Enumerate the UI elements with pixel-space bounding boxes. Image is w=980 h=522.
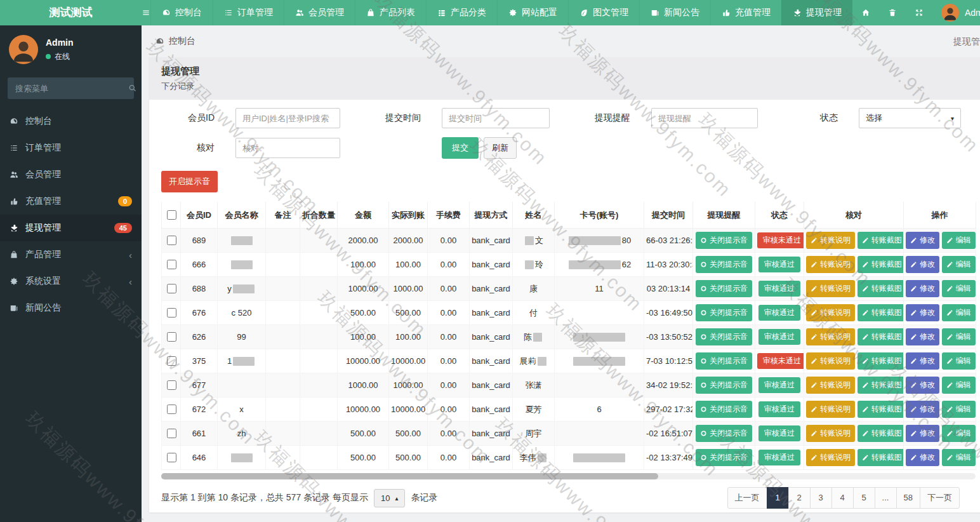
close-sound-button[interactable]: 关闭提示音: [696, 280, 752, 297]
transfer-note-button[interactable]: 转账说明: [806, 280, 855, 297]
column-header[interactable]: 提现提醒: [693, 202, 755, 229]
nav-item-gear[interactable]: 网站配置: [497, 0, 568, 25]
modify-button[interactable]: 修改: [906, 352, 939, 370]
submit-time-input[interactable]: [442, 108, 550, 128]
page-button-上一页[interactable]: 上一页: [727, 487, 767, 509]
sidebar-item-news[interactable]: 新闻公告: [0, 295, 142, 321]
transfer-note-button[interactable]: 转账说明: [806, 449, 855, 466]
modify-button[interactable]: 修改: [906, 328, 939, 345]
column-header[interactable]: 会员名称: [218, 202, 266, 229]
sidebar-item-bag[interactable]: 产品管理‹: [0, 241, 142, 268]
modify-button[interactable]: 修改: [906, 280, 939, 297]
modify-button[interactable]: 修改: [906, 425, 939, 442]
page-button-...[interactable]: ...: [875, 487, 897, 509]
edit-button[interactable]: 编辑: [942, 232, 976, 249]
close-sound-button[interactable]: 关闭提示音: [696, 256, 752, 273]
nav-item-users[interactable]: 会员管理: [284, 0, 355, 25]
transfer-screenshot-button[interactable]: 转账截图: [858, 280, 904, 297]
withdraw-remind-input[interactable]: [651, 108, 758, 128]
column-header[interactable]: 折合数量: [300, 202, 338, 229]
sidebar-item-withdraw[interactable]: 提现管理45: [0, 215, 142, 241]
sidebar-item-list[interactable]: 订单管理: [0, 135, 142, 161]
home-button[interactable]: [852, 0, 879, 25]
row-checkbox[interactable]: [167, 453, 176, 462]
transfer-screenshot-button[interactable]: 转账截图: [858, 449, 904, 466]
transfer-screenshot-button[interactable]: 转账截图: [858, 304, 904, 321]
close-sound-button[interactable]: 关闭提示音: [696, 425, 752, 442]
scrollbar-thumb[interactable]: [161, 473, 658, 479]
edit-button[interactable]: 编辑: [942, 401, 976, 418]
sidebar-item-gear[interactable]: 系统设置‹: [0, 268, 142, 295]
search-icon[interactable]: [128, 84, 137, 93]
modify-button[interactable]: 修改: [906, 232, 939, 249]
row-checkbox[interactable]: [167, 284, 176, 293]
nav-item-leaf[interactable]: 图文管理: [568, 0, 639, 25]
modify-button[interactable]: 修改: [906, 449, 939, 466]
transfer-note-button[interactable]: 转账说明: [806, 256, 855, 273]
close-sound-button[interactable]: 关闭提示音: [696, 401, 752, 418]
select-all-checkbox[interactable]: [167, 210, 176, 220]
column-header[interactable]: 核对: [804, 202, 904, 229]
transfer-screenshot-button[interactable]: 转账截图: [858, 352, 904, 370]
status-select[interactable]: 选择 ▾: [859, 108, 961, 128]
sidebar-item-dashboard[interactable]: 控制台: [0, 108, 142, 135]
page-size-select[interactable]: 10 ▴: [374, 489, 406, 507]
edit-button[interactable]: 编辑: [942, 352, 976, 370]
nav-item-grid[interactable]: 产品分类: [426, 0, 497, 25]
transfer-screenshot-button[interactable]: 转账截图: [858, 328, 904, 345]
column-header[interactable]: 手续费: [428, 202, 470, 229]
close-sound-button[interactable]: 关闭提示音: [696, 328, 752, 345]
row-checkbox[interactable]: [167, 405, 176, 414]
edit-button[interactable]: 编辑: [942, 280, 976, 297]
edit-button[interactable]: 编辑: [942, 449, 976, 466]
modify-button[interactable]: 修改: [906, 304, 939, 321]
edit-button[interactable]: 编辑: [942, 377, 976, 394]
transfer-screenshot-button[interactable]: 转账截图: [858, 377, 904, 394]
transfer-note-button[interactable]: 转账说明: [806, 425, 855, 442]
page-button-3[interactable]: 3: [810, 487, 832, 509]
column-header[interactable]: 会员ID: [181, 202, 218, 229]
page-button-4[interactable]: 4: [831, 487, 854, 509]
transfer-screenshot-button[interactable]: 转账截图: [858, 425, 904, 442]
row-checkbox[interactable]: [167, 356, 176, 366]
nav-item-hand[interactable]: 充值管理: [710, 0, 781, 25]
close-sound-button[interactable]: 关闭提示音: [696, 232, 752, 249]
modify-button[interactable]: 修改: [906, 256, 939, 273]
member-id-input[interactable]: [235, 108, 340, 128]
transfer-note-button[interactable]: 转账说明: [806, 377, 855, 394]
close-sound-button[interactable]: 关闭提示音: [696, 377, 752, 394]
refresh-button[interactable]: 刷新: [484, 137, 517, 159]
row-checkbox[interactable]: [167, 380, 176, 390]
fullscreen-button[interactable]: [906, 0, 932, 25]
column-header[interactable]: 提现方式: [470, 202, 513, 229]
close-sound-button[interactable]: 关闭提示音: [696, 449, 752, 466]
nav-item-list[interactable]: 订单管理: [213, 0, 284, 25]
edit-button[interactable]: 编辑: [942, 328, 976, 345]
column-header[interactable]: 状态: [755, 202, 804, 229]
row-checkbox[interactable]: [167, 260, 176, 269]
column-header[interactable]: 备注: [266, 202, 300, 229]
transfer-screenshot-button[interactable]: 转账截图: [858, 256, 904, 273]
breadcrumb-home[interactable]: 控制台: [169, 36, 195, 47]
page-button-1[interactable]: 1: [767, 487, 789, 509]
menu-search-input[interactable]: [14, 83, 128, 94]
row-checkbox[interactable]: [167, 429, 176, 438]
transfer-note-button[interactable]: 转账说明: [806, 401, 855, 418]
sidebar-toggle-button[interactable]: [142, 0, 150, 25]
row-checkbox[interactable]: [167, 332, 176, 342]
modify-button[interactable]: 修改: [906, 377, 939, 394]
page-button-下一页[interactable]: 下一页: [920, 487, 960, 509]
close-sound-button[interactable]: 关闭提示音: [696, 352, 752, 370]
sidebar-item-users[interactable]: 会员管理: [0, 161, 142, 188]
nav-item-dashboard[interactable]: 控制台: [150, 0, 213, 25]
enable-sound-button[interactable]: 开启提示音: [161, 171, 218, 192]
column-header[interactable]: 卡号(账号): [555, 202, 644, 229]
close-sound-button[interactable]: 关闭提示音: [696, 304, 752, 321]
nav-item-bag[interactable]: 产品列表: [355, 0, 426, 25]
column-header[interactable]: 实际到账: [389, 202, 428, 229]
modify-button[interactable]: 修改: [906, 401, 939, 418]
column-header[interactable]: 金额: [338, 202, 389, 229]
column-header[interactable]: 姓名: [513, 202, 555, 229]
page-button-58[interactable]: 58: [896, 487, 920, 509]
trash-button[interactable]: [879, 0, 906, 25]
